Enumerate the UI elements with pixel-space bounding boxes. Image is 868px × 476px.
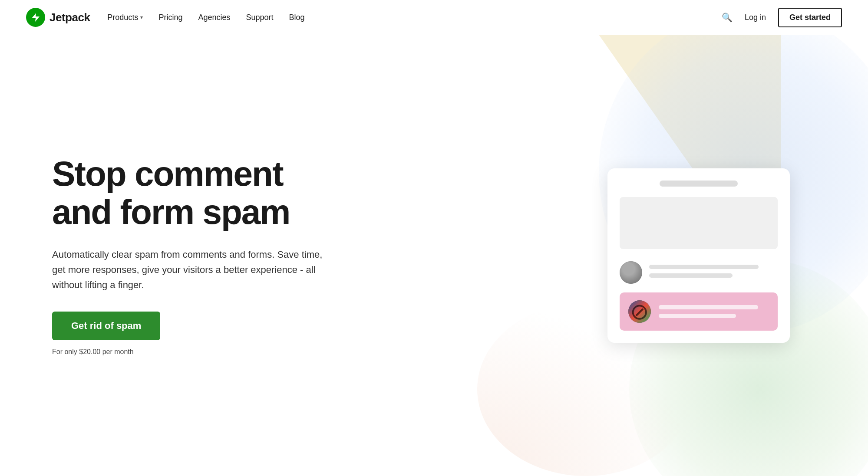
logo-text: Jetpack [50, 11, 90, 24]
search-button[interactable]: 🔍 [722, 12, 733, 23]
nav-blog-label: Blog [289, 13, 305, 22]
nav-links: Products ▾ Pricing Agencies Support Blog [107, 13, 304, 22]
card-comment-row [620, 261, 778, 284]
logo-icon [26, 8, 45, 27]
comment-avatar-inner [620, 261, 642, 284]
price-note: For only $20.00 per month [52, 348, 334, 356]
card-spam-row [620, 292, 778, 331]
nav-support-label: Support [246, 13, 273, 22]
card-top-bar [660, 181, 738, 187]
hero-title-line2: and form spam [52, 193, 290, 231]
card-image-placeholder [620, 197, 778, 249]
spam-lines [659, 305, 769, 318]
hero-title-line1: Stop comment [52, 154, 283, 193]
cta-button[interactable]: Get rid of spam [52, 312, 160, 340]
comment-lines [649, 261, 778, 282]
nav-blog[interactable]: Blog [289, 13, 305, 22]
comment-line-2 [649, 273, 733, 278]
spam-line-1 [659, 305, 758, 309]
card-mockup [607, 168, 790, 343]
hero-description: Automatically clear spam from comments a… [52, 247, 334, 293]
navbar-left: Jetpack Products ▾ Pricing Agencies Supp… [26, 8, 305, 27]
get-started-button[interactable]: Get started [778, 8, 842, 27]
spam-avatar [628, 300, 651, 323]
lightning-icon [30, 12, 41, 23]
login-link[interactable]: Log in [745, 13, 766, 22]
logo[interactable]: Jetpack [26, 8, 90, 27]
navbar-right: 🔍 Log in Get started [722, 8, 842, 27]
spam-line-2 [659, 314, 736, 318]
nav-agencies-label: Agencies [198, 13, 230, 22]
search-icon: 🔍 [722, 12, 733, 23]
chevron-down-icon: ▾ [140, 14, 143, 20]
hero-section: Stop comment and form spam Automatically… [0, 35, 868, 476]
nav-products-label: Products [107, 13, 138, 22]
hero-content: Stop comment and form spam Automatically… [0, 155, 334, 356]
nav-pricing[interactable]: Pricing [158, 13, 182, 22]
nav-support[interactable]: Support [246, 13, 273, 22]
hero-title: Stop comment and form spam [52, 155, 334, 231]
spam-avatar-inner [628, 300, 651, 323]
nav-products[interactable]: Products ▾ [107, 13, 143, 22]
comment-avatar [620, 261, 642, 284]
nav-pricing-label: Pricing [158, 13, 182, 22]
comment-line-1 [649, 265, 759, 269]
navbar: Jetpack Products ▾ Pricing Agencies Supp… [0, 0, 868, 35]
nav-agencies[interactable]: Agencies [198, 13, 230, 22]
hero-illustration [607, 168, 790, 343]
